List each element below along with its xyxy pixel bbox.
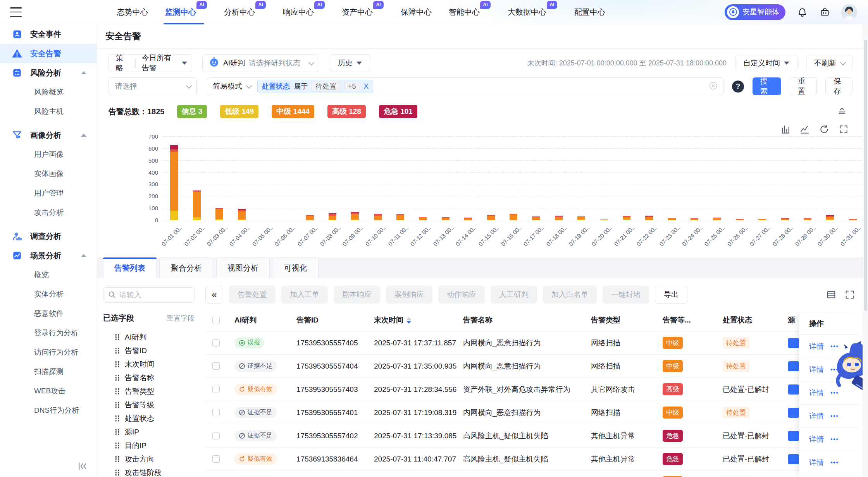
sidebar-item-DNS行为分析[interactable]: DNS行为分析 <box>0 401 96 420</box>
chart-bar-segment[interactable] <box>691 219 698 220</box>
chart-bar-segment[interactable] <box>374 214 382 215</box>
chart-bar-segment[interactable] <box>510 214 517 214</box>
chart-bar-segment[interactable] <box>215 219 223 220</box>
line-chart-icon[interactable] <box>800 124 810 134</box>
sidebar-collapse-icon[interactable] <box>78 462 89 472</box>
sidebar-item-访问行为分析[interactable]: 访问行为分析 <box>0 343 96 362</box>
nav-item-分析中心[interactable]: 分析中心AI <box>219 0 271 24</box>
row-checkbox[interactable] <box>212 339 220 347</box>
chart-bar-segment[interactable] <box>351 212 359 213</box>
sidebar-item-概览[interactable]: 概览 <box>0 265 96 285</box>
chart-bar-segment[interactable] <box>442 217 450 218</box>
chart-bar-segment[interactable] <box>306 216 314 220</box>
chart-bar-segment[interactable] <box>351 213 359 214</box>
chart-bar-segment[interactable] <box>464 218 472 218</box>
chart-bar-segment[interactable] <box>577 220 585 220</box>
more-actions-icon[interactable] <box>830 392 839 394</box>
filter-tag-close-icon[interactable]: X <box>364 82 369 91</box>
tab-聚合分析[interactable]: 聚合分析 <box>160 257 213 278</box>
nav-item-监测中心[interactable]: 监测中心AI <box>160 0 212 24</box>
chart-bar-segment[interactable] <box>555 217 563 220</box>
more-actions-icon[interactable] <box>830 345 839 347</box>
toolbox-icon[interactable] <box>819 6 830 18</box>
chart-bar-segment[interactable] <box>329 214 336 215</box>
chart-bar-segment[interactable] <box>396 215 404 220</box>
menu-icon[interactable] <box>10 7 22 17</box>
nav-item-保障中心[interactable]: 保障中心 <box>395 0 437 24</box>
detail-link[interactable]: 详情 <box>809 434 824 444</box>
chart-bar-segment[interactable] <box>532 217 540 220</box>
sidebar-item-风险分析[interactable]: 风险分析 <box>0 63 96 82</box>
chart-bar-segment[interactable] <box>623 216 630 217</box>
chart-bar-segment[interactable] <box>736 219 744 220</box>
sidebar-item-攻击分析[interactable]: 攻击分析 <box>0 203 96 222</box>
chart-bar-segment[interactable] <box>532 216 540 217</box>
detail-link[interactable]: 详情 <box>809 388 824 398</box>
sidebar-item-场景分析[interactable]: 场景分析 <box>0 246 96 265</box>
sidebar-item-安全告警[interactable]: 安全告警 <box>0 44 96 63</box>
chart-bar-segment[interactable] <box>170 149 178 152</box>
field-select[interactable]: 请选择 <box>108 77 197 95</box>
vertical-scrollbar[interactable] <box>863 24 868 477</box>
row-checkbox[interactable] <box>212 386 220 393</box>
row-checkbox[interactable] <box>212 455 220 463</box>
refresh-mode-button[interactable]: 不刷新 <box>806 55 852 71</box>
drag-handle-icon[interactable] <box>115 415 120 422</box>
chart-bar-segment[interactable] <box>691 218 698 219</box>
sidebar-item-WEB攻击[interactable]: WEB攻击 <box>0 381 96 401</box>
nav-item-响应中心[interactable]: 响应中心AI <box>277 0 330 24</box>
more-actions-icon[interactable] <box>830 462 839 463</box>
help-icon[interactable]: ? <box>732 81 744 93</box>
column-settings-icon[interactable] <box>826 289 837 300</box>
chart-bar-segment[interactable] <box>600 220 608 220</box>
chart-bar-segment[interactable] <box>193 217 201 220</box>
chart-bar-segment[interactable] <box>804 218 811 219</box>
chart-bar-segment[interactable] <box>238 209 246 209</box>
select-all-checkbox[interactable] <box>212 317 220 324</box>
chart-bar-segment[interactable] <box>329 216 336 220</box>
chart-bar-segment[interactable] <box>849 219 857 220</box>
search-button[interactable]: 搜索 <box>753 77 781 95</box>
chart-bar-segment[interactable] <box>623 217 630 220</box>
drag-handle-icon[interactable] <box>115 456 120 462</box>
chart-bar-segment[interactable] <box>849 220 857 220</box>
row-checkbox[interactable] <box>212 362 220 370</box>
chart-bar-segment[interactable] <box>170 211 178 220</box>
chart-bar-segment[interactable] <box>374 214 382 214</box>
more-actions-icon[interactable] <box>830 415 839 417</box>
chart-bar-segment[interactable] <box>577 216 585 217</box>
sidebar-item-实体画像[interactable]: 实体画像 <box>0 164 96 184</box>
chart-bar-segment[interactable] <box>826 215 834 216</box>
chart-bar-segment[interactable] <box>170 152 178 211</box>
filter-tag-more[interactable]: +5 <box>344 82 360 91</box>
more-actions-icon[interactable] <box>830 369 839 371</box>
custom-time-button[interactable]: 自定义时间 <box>735 55 797 71</box>
sort-icons[interactable] <box>406 317 411 324</box>
chart-bar-segment[interactable] <box>713 218 721 218</box>
drag-handle-icon[interactable] <box>115 361 120 367</box>
chart-bar-segment[interactable] <box>442 218 450 220</box>
chart-bar-segment[interactable] <box>713 218 721 220</box>
history-dropdown-button[interactable]: 历史 <box>330 54 370 72</box>
sidebar-item-登录行为分析[interactable]: 登录行为分析 <box>0 323 96 343</box>
tab-可视化[interactable]: 可视化 <box>273 257 319 278</box>
drag-handle-icon[interactable] <box>115 402 120 408</box>
reset-button[interactable]: 重置 <box>790 77 817 95</box>
fullscreen-table-icon[interactable] <box>844 289 855 300</box>
chart-bar-segment[interactable] <box>193 190 201 190</box>
sidebar-item-风险概览[interactable]: 风险概览 <box>0 82 96 102</box>
sidebar-item-用户管理[interactable]: 用户管理 <box>0 184 96 203</box>
nav-item-配置中心[interactable]: 配置中心 <box>569 0 611 24</box>
row-checkbox[interactable] <box>212 409 220 416</box>
ai-judgment-select[interactable]: AI研判 请选择研判状态 <box>202 54 319 72</box>
detail-link[interactable]: 详情 <box>809 365 824 375</box>
chart-bar-segment[interactable] <box>170 145 178 149</box>
scrollbar-thumb[interactable] <box>864 40 867 311</box>
chart-bar-segment[interactable] <box>781 218 789 219</box>
chart-bar-segment[interactable] <box>419 217 427 218</box>
chart-bar-segment[interactable] <box>396 214 404 215</box>
chart-bar-segment[interactable] <box>238 210 246 211</box>
chart-bar-segment[interactable] <box>351 214 359 220</box>
bar-chart-icon[interactable] <box>780 124 790 134</box>
collapse-field-panel-button[interactable]: « <box>205 286 223 304</box>
